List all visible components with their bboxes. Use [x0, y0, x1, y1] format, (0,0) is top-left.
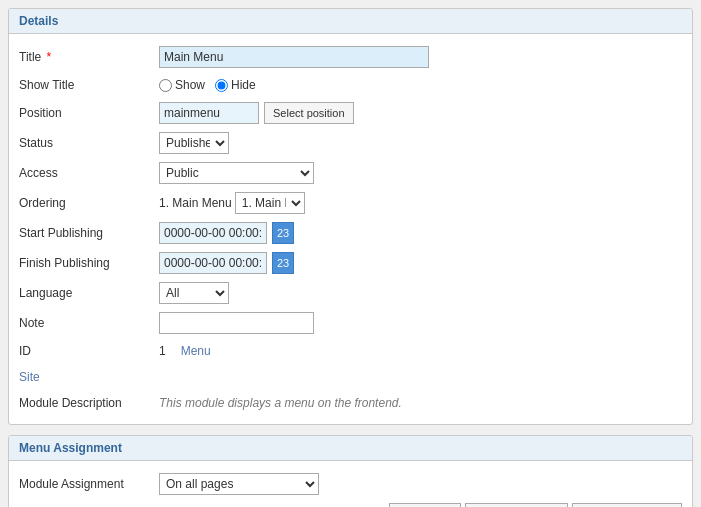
- language-label: Language: [19, 286, 159, 300]
- id-label: ID: [19, 344, 159, 358]
- module-assignment-label: Module Assignment: [19, 477, 159, 491]
- id-row: ID 1 Menu: [19, 338, 682, 364]
- hide-radio[interactable]: [215, 79, 228, 92]
- required-star: *: [43, 50, 51, 64]
- position-control: Select position: [159, 102, 682, 124]
- access-row: Access Public Registered Special: [19, 158, 682, 188]
- select-all-button[interactable]: Select All: [389, 503, 460, 507]
- module-assignment-select[interactable]: On all pages No pages Only on the pages …: [159, 473, 319, 495]
- finish-publishing-label: Finish Publishing: [19, 256, 159, 270]
- ordering-control: 1. Main Menu 1. Main Menu: [159, 192, 682, 214]
- position-input[interactable]: [159, 102, 259, 124]
- details-panel: Details Title * Show Title Show Hide: [8, 8, 693, 425]
- site-row: Site: [19, 364, 682, 390]
- ordering-select[interactable]: 1. Main Menu: [235, 192, 305, 214]
- title-input[interactable]: [159, 46, 429, 68]
- title-control: [159, 46, 682, 68]
- note-control: [159, 312, 682, 334]
- language-select[interactable]: All: [159, 282, 229, 304]
- language-control: All: [159, 282, 682, 304]
- start-publishing-input[interactable]: [159, 222, 267, 244]
- menu-assignment-title: Menu Assignment: [9, 436, 692, 461]
- show-radio-label[interactable]: Show: [159, 78, 205, 92]
- module-description-control: This module displays a menu on the front…: [159, 396, 682, 410]
- start-publishing-label: Start Publishing: [19, 226, 159, 240]
- menu-assignment-panel: Menu Assignment Module Assignment On all…: [8, 435, 693, 507]
- access-label: Access: [19, 166, 159, 180]
- position-row: Position Select position: [19, 98, 682, 128]
- ordering-label: Ordering: [19, 196, 159, 210]
- access-select[interactable]: Public Registered Special: [159, 162, 314, 184]
- finish-publishing-input[interactable]: [159, 252, 267, 274]
- note-input[interactable]: [159, 312, 314, 334]
- status-select[interactable]: Published Unpublished Trash: [159, 132, 229, 154]
- id-menu-link[interactable]: Menu: [181, 344, 211, 358]
- hide-radio-text: Hide: [231, 78, 256, 92]
- start-publishing-calendar-button[interactable]: 23: [272, 222, 294, 244]
- show-title-control: Show Hide: [159, 78, 682, 92]
- ordering-row: Ordering 1. Main Menu 1. Main Menu: [19, 188, 682, 218]
- id-control: 1 Menu: [159, 344, 682, 358]
- menu-selection-row: Menu Selection: Select All Clear Selecti…: [19, 499, 682, 507]
- access-control: Public Registered Special: [159, 162, 682, 184]
- title-label: Title *: [19, 50, 159, 64]
- module-description-row: Module Description This module displays …: [19, 390, 682, 416]
- hide-radio-label[interactable]: Hide: [215, 78, 256, 92]
- id-value: 1: [159, 344, 166, 358]
- finish-publishing-control: 23: [159, 252, 682, 274]
- note-label: Note: [19, 316, 159, 330]
- note-row: Note: [19, 308, 682, 338]
- site-label: Site: [19, 370, 159, 384]
- show-title-row: Show Title Show Hide: [19, 72, 682, 98]
- status-label: Status: [19, 136, 159, 150]
- language-row: Language All: [19, 278, 682, 308]
- title-row: Title *: [19, 42, 682, 72]
- show-radio[interactable]: [159, 79, 172, 92]
- module-assignment-row: Module Assignment On all pages No pages …: [19, 469, 682, 499]
- toggle-selection-button[interactable]: Toggle Selection: [572, 503, 682, 507]
- details-panel-body: Title * Show Title Show Hide Posit: [9, 34, 692, 424]
- start-publishing-row: Start Publishing 23: [19, 218, 682, 248]
- position-label: Position: [19, 106, 159, 120]
- show-radio-text: Show: [175, 78, 205, 92]
- select-position-button[interactable]: Select position: [264, 102, 354, 124]
- menu-assignment-body: Module Assignment On all pages No pages …: [9, 461, 692, 507]
- module-description-label: Module Description: [19, 396, 159, 410]
- start-publishing-control: 23: [159, 222, 682, 244]
- ordering-text: 1. Main Menu: [159, 196, 232, 210]
- status-row: Status Published Unpublished Trash: [19, 128, 682, 158]
- menu-selection-buttons: Select All Clear Selection Toggle Select…: [389, 503, 682, 507]
- module-description-text: This module displays a menu on the front…: [159, 396, 402, 410]
- finish-publishing-row: Finish Publishing 23: [19, 248, 682, 278]
- finish-publishing-calendar-button[interactable]: 23: [272, 252, 294, 274]
- clear-selection-button[interactable]: Clear Selection: [465, 503, 568, 507]
- show-title-label: Show Title: [19, 78, 159, 92]
- status-control: Published Unpublished Trash: [159, 132, 682, 154]
- details-panel-title: Details: [9, 9, 692, 34]
- module-assignment-control: On all pages No pages Only on the pages …: [159, 473, 682, 495]
